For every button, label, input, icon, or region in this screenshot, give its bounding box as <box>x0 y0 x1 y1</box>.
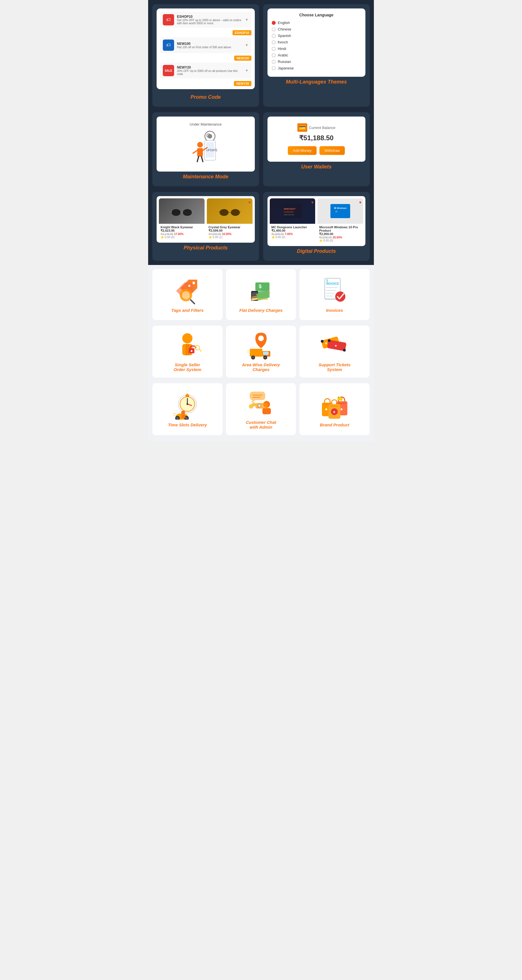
brand-product-label: Brand Product <box>320 422 349 427</box>
svg-point-90 <box>185 417 188 419</box>
features-grid-2: Single Seller Order System <box>152 326 370 377</box>
promo-code-card: 🏷 ESHOP10 Get 10% OFF up to 1000 or abov… <box>152 4 259 107</box>
svg-rect-95 <box>250 392 265 400</box>
svg-text:UPDATE: UPDATE <box>206 149 218 152</box>
radio-spanish <box>272 34 276 38</box>
support-tickets-tile: ★ ★ Support Tickets System <box>299 326 370 377</box>
area-delivery-icon-area <box>247 331 275 360</box>
brand-product-icon: ★ ★ ★ <box>320 391 349 420</box>
maintenance-card: Under Maintenance ⚙ ⚙ UPDATE <box>152 112 259 186</box>
svg-point-50 <box>335 291 345 302</box>
physical-product-1-info: Knight Black Eyewear ₹2,623.95 ₹3,148.95… <box>159 224 205 240</box>
promo-item-1[interactable]: 🏷 ESHOP10 Get 10% OFF up to 1000 or abov… <box>160 12 251 28</box>
lang-english[interactable]: English <box>272 21 361 25</box>
brand-product-icon-area: ★ ★ ★ <box>320 391 349 420</box>
language-card: Choose Language English Chinese Spanish <box>263 4 370 107</box>
svg-rect-53 <box>186 344 187 355</box>
svg-point-68 <box>264 357 266 358</box>
invoices-icon: INVOICE $ <box>320 277 349 305</box>
svg-rect-99 <box>263 408 271 414</box>
single-seller-icon-area <box>173 331 202 360</box>
svg-point-88 <box>177 417 178 419</box>
flat-delivery-icon-area: $ <box>247 277 275 305</box>
support-tickets-icon-area: ★ ★ <box>320 331 349 360</box>
svg-point-33 <box>188 285 191 287</box>
svg-point-14 <box>183 209 192 216</box>
wallet-buttons: Add Money Withdraw <box>288 146 345 155</box>
svg-rect-42 <box>258 290 270 298</box>
promo-item-2[interactable]: 🏷 NEW100 Flat 100 off on First order of … <box>160 37 251 53</box>
physical-product-1-image: ♥ <box>159 198 205 224</box>
lang-arabic[interactable]: Arabic <box>272 53 361 57</box>
promo-desc-1: ESHOP10 Get 10% OFF up to 1000 or above … <box>177 15 244 25</box>
svg-text:₹: ₹ <box>250 406 252 408</box>
svg-text:💬 ...: 💬 ... <box>258 404 264 408</box>
svg-line-36 <box>191 300 194 304</box>
wallet-box: 💳 Current Balance ₹51,188.50 Add Money W… <box>267 116 366 162</box>
promo-icon-2: 🏷 <box>163 40 174 51</box>
flat-delivery-icon: $ <box>247 277 275 305</box>
wallet-label: User Wallets <box>301 162 331 172</box>
flat-delivery-tile: $ Flat Delivery Charges <box>226 269 296 320</box>
language-chooser-title: Choose Language <box>272 13 361 17</box>
svg-text:INVOICE: INVOICE <box>326 282 339 285</box>
svg-rect-27 <box>330 204 350 218</box>
area-delivery-icon <box>247 331 275 360</box>
wishlist-icon-d2[interactable]: ♥ <box>359 200 361 205</box>
lang-spanish[interactable]: Spanish <box>272 33 361 38</box>
digital-product-1[interactable]: ♥ MINECRAFT DUNGEONS HERO EDITION MC Dun… <box>270 198 315 244</box>
withdraw-button[interactable]: Withdraw <box>320 146 345 155</box>
promo-icon-1: 🏷 <box>163 14 174 25</box>
add-money-button[interactable]: Add Money <box>288 146 317 155</box>
area-delivery-tile: Area Wise Delivery Charges <box>226 326 296 377</box>
features-grid-1: Tags and Filters $ <box>152 269 370 320</box>
wallet-header: 💳 Current Balance <box>298 123 336 132</box>
svg-line-21 <box>219 211 220 213</box>
wishlist-icon-2[interactable]: ♥ <box>248 200 251 205</box>
svg-rect-8 <box>197 148 203 157</box>
single-seller-label: Single Seller Order System <box>169 362 206 372</box>
promo-chevron-1: ▼ <box>245 18 248 22</box>
promo-icon-3: SALE <box>163 65 174 76</box>
promo-item-3[interactable]: SALE NEWY20 20% OFF Up to 2000 off on al… <box>160 63 251 78</box>
svg-text:$: $ <box>253 404 255 406</box>
physical-product-1[interactable]: ♥ Knight Black Eyewear ₹2,623.95 <box>159 198 205 240</box>
digital-products-card: ♥ MINECRAFT DUNGEONS HERO EDITION MC Dun… <box>263 192 370 261</box>
language-chooser-box: Choose Language English Chinese Spanish <box>267 8 366 77</box>
physical-product-2[interactable]: ♥ Crystal Grey Eyewear ₹3,599.00 <box>207 198 253 240</box>
svg-rect-113 <box>330 406 339 407</box>
promo-chevron-2: ▼ <box>245 43 248 47</box>
promo-badge-2: NEW100 <box>234 56 251 60</box>
digital-product-1-info: MC Dungeons Launcher ₹1,400.00 ₹1,500.00… <box>270 224 315 240</box>
language-label: Multi-Languages Themes <box>286 77 347 87</box>
digital-product-2[interactable]: ♥ ⊞ Windows 10 Microsoft Windows 10 Pro … <box>317 198 363 244</box>
timeslots-tile: Time Slots Delivery <box>152 383 223 435</box>
radio-japanese <box>272 66 276 70</box>
support-tickets-label: Support Tickets System <box>315 362 354 372</box>
maintenance-illustration: ⚙ ⚙ UPDATE <box>189 129 223 166</box>
svg-point-35 <box>182 291 190 299</box>
svg-text:10: 10 <box>335 210 337 213</box>
lang-french[interactable]: french <box>272 40 361 44</box>
lang-chinese[interactable]: Chinese <box>272 27 361 31</box>
svg-text:$: $ <box>326 279 328 283</box>
physical-products-card: ♥ Knight Black Eyewear ₹2,623.95 <box>152 192 259 261</box>
customer-chat-icon: 💬 ... ₹ $ <box>247 389 275 417</box>
digital-product-2-image: ♥ ⊞ Windows 10 <box>317 198 363 224</box>
wishlist-icon-1[interactable]: ♥ <box>201 200 202 205</box>
lang-hindi[interactable]: Hindi <box>272 46 361 51</box>
digital-products-label: Digital Products <box>297 246 336 256</box>
timeslots-icon <box>173 391 202 420</box>
wishlist-icon-d1[interactable]: ♥ <box>311 200 314 205</box>
lang-russian[interactable]: Russian <box>272 60 361 64</box>
svg-text:★: ★ <box>333 410 336 414</box>
svg-point-56 <box>191 350 193 352</box>
invoices-tile: INVOICE $ Invoices <box>299 269 370 320</box>
promo-desc-2: NEW100 Flat 100 off on First order of 50… <box>177 42 244 49</box>
promo-badge-1: ESHOP10 <box>232 30 251 35</box>
radio-english <box>272 21 276 25</box>
lang-japanese[interactable]: Japanese <box>272 66 361 70</box>
svg-text:DUNGEONS: DUNGEONS <box>284 211 294 213</box>
timeslots-label: Time Slots Delivery <box>168 422 207 427</box>
single-seller-icon <box>173 331 202 360</box>
